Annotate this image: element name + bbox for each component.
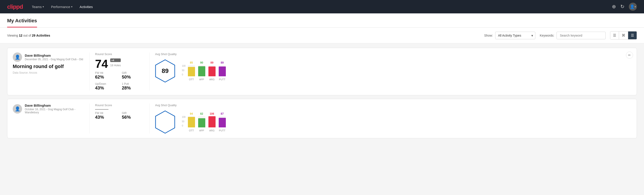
stat-gir-2: GIR 56% [122,112,144,120]
add-button[interactable]: ⊕ [612,4,616,10]
bar-arg-outer [208,65,216,76]
y-axis-2: 100 50 0 [182,116,186,132]
card-stats-2: Round Score FW Hit 43% GIR 56% [95,104,144,120]
bar2-app: 82 APP [198,112,205,132]
stat-gir-label-2: GIR [122,112,144,115]
score-value-1: 74 [95,58,108,70]
user-info-2: Dave Billingham October 16, 2021 - Gog M… [25,104,84,114]
bar-app-label: APP [199,78,204,81]
quality-chart-section-2: Avg Shot Quality 100 50 0 [155,104,631,134]
hexagon-container-1: 89 [155,59,175,82]
page-title: My Activities [7,14,37,28]
stat-gir: GIR 50% [122,72,144,80]
stat-fw-hit-2: FW Hit 43% [95,112,117,120]
stat-updown-label: Up/Down [95,82,117,86]
view-list-button[interactable]: ☰ [628,32,637,39]
user-info-1: Dave Billingham December 05, 2021 - Gog … [25,54,83,61]
nav-teams-label: Teams [32,5,42,9]
bar2-ott-fill [188,117,195,128]
user-date-1: December 05, 2021 - Gog Magog Golf Club … [25,58,83,61]
bar2-arg-value: 106 [210,112,214,115]
activity-type-select-wrapper[interactable]: All Activity Types [495,32,535,39]
stat-fw-hit-label-2: FW Hit [95,112,117,115]
avatar-1: 👤 [13,52,22,62]
stat-fw-hit-label: FW Hit [95,72,117,74]
bar-arg-label: ARG [209,78,215,81]
quality-row-1: 89 100 50 0 85 [155,59,631,82]
viewing-count: 12 [19,34,22,37]
stats-grid-1: FW Hit 62% GIR 50% Up/Down 43% 1 Putt 28… [95,72,144,90]
bar-app: 90 APP [198,61,205,81]
stat-fw-hit: FW Hit 62% [95,72,117,80]
hexagon-score-1: 89 [162,68,168,74]
stat-fw-hit-value-2: 43% [95,115,117,120]
y-label-50: 50 [182,69,186,72]
keywords-label: Keywords: [540,34,554,37]
bar2-ott-outer [188,116,195,128]
avatar-chevron-icon: ▾ [635,5,636,8]
compact-list-icon: ☰ [613,33,616,38]
round-score-label-2: Round Score [95,104,144,107]
bars-2: 94 OTT 82 APP [188,112,226,132]
bar-putt: 89 PUTT [219,61,226,81]
teams-chevron-icon: ▾ [42,5,44,8]
divider-1a [90,52,90,90]
nav-item-activities[interactable]: Activities [80,0,93,13]
bar2-arg-outer [208,116,216,128]
stat-gir-value-2: 56% [122,115,144,120]
round-score-row-1: 74 +4 18 Holes [95,58,144,70]
view-toggle: ☰ ⌘ ☰ [610,31,637,40]
user-avatar[interactable]: 👤 ▾ [629,3,637,11]
bar2-arg: 106 ARG [208,112,216,132]
page-header: My Activities [0,14,644,28]
stat-gir-label: GIR [122,72,144,74]
bar-app-fill [198,66,205,76]
y-label-100-2: 100 [182,116,186,118]
refresh-button[interactable]: ↻ [620,4,624,10]
bar2-ott-label: OTT [189,129,194,132]
navbar-right: ⊕ ↻ 👤 ▾ [612,3,637,11]
stats-grid-2: FW Hit 43% GIR 56% [95,112,144,120]
nav-item-teams[interactable]: Teams ▾ [32,0,44,13]
bar2-app-fill [198,118,205,128]
round-score-row-2 [95,109,144,110]
bar-putt-fill [219,66,226,76]
bar2-putt-value: 87 [221,112,224,115]
stat-updown-value: 43% [95,86,117,90]
keyword-search-input[interactable] [556,32,606,39]
activity-type-select[interactable]: All Activity Types [495,32,535,39]
y-label-0-2: 0 [182,124,186,127]
bar-putt-outer [219,65,226,76]
bar-chart-2: 100 50 0 94 OTT 82 [182,112,226,132]
bar2-ott-value: 94 [190,112,193,115]
stat-1putt-label: 1 Putt [122,82,144,86]
y-axis-1: 100 50 0 [182,65,186,81]
bar2-app-label: APP [199,129,204,132]
bar-ott-label: OTT [189,78,194,81]
keywords-filter-group: Keywords: [540,32,606,39]
viewing-text: Viewing 12 out of 29 Activities [7,34,480,37]
show-filter-group: Show: All Activity Types [484,32,535,39]
bar2-ott: 94 OTT [188,112,195,132]
bar2-putt-label: PUTT [219,129,226,132]
bar2-app-value: 82 [200,112,203,115]
view-grid-button[interactable]: ⌘ [619,32,628,39]
list-icon: ☰ [631,33,634,38]
nav-item-performance[interactable]: Performance ▾ [51,0,72,13]
hexagon-1: 89 [155,59,175,82]
app-logo: clippd [7,3,23,10]
bar-arg-value: 89 [210,61,213,64]
y-label-50-2: 50 [182,120,186,123]
avatar-person-icon: 👤 [15,54,20,60]
view-compact-button[interactable]: ☰ [610,32,619,39]
stat-gir-value: 50% [122,74,144,80]
bar-ott-outer [188,65,195,76]
svg-marker-1 [156,111,175,133]
viewing-suffix: Activities [36,34,50,37]
divider-1b [150,52,150,90]
edit-button-1[interactable]: ✏ [626,52,633,59]
bar-arg-fill [208,66,216,76]
score-holes-1: 18 Holes [110,64,121,67]
card-left-2: 👤 Dave Billingham October 16, 2021 - Gog… [13,104,84,116]
activity-title-1: Morning round of golf [13,64,84,70]
